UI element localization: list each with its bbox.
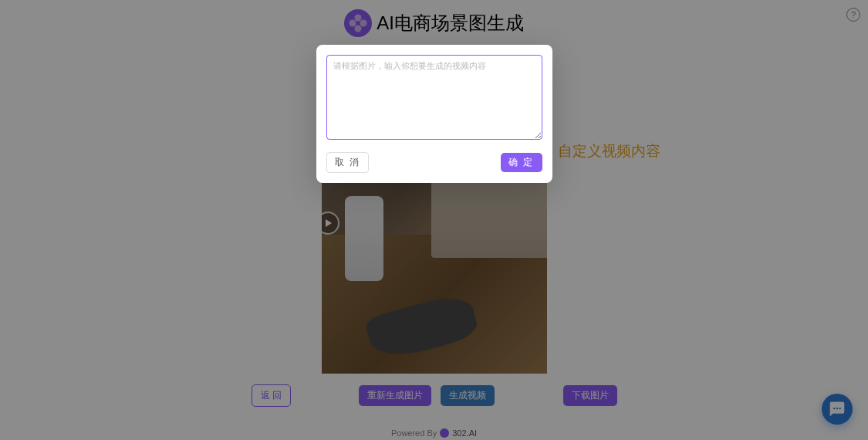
video-content-modal: 取 消 确 定: [316, 45, 552, 183]
cancel-button[interactable]: 取 消: [326, 152, 369, 173]
video-content-input[interactable]: [326, 55, 542, 140]
modal-overlay[interactable]: 取 消 确 定: [0, 0, 868, 440]
confirm-button[interactable]: 确 定: [501, 153, 542, 172]
